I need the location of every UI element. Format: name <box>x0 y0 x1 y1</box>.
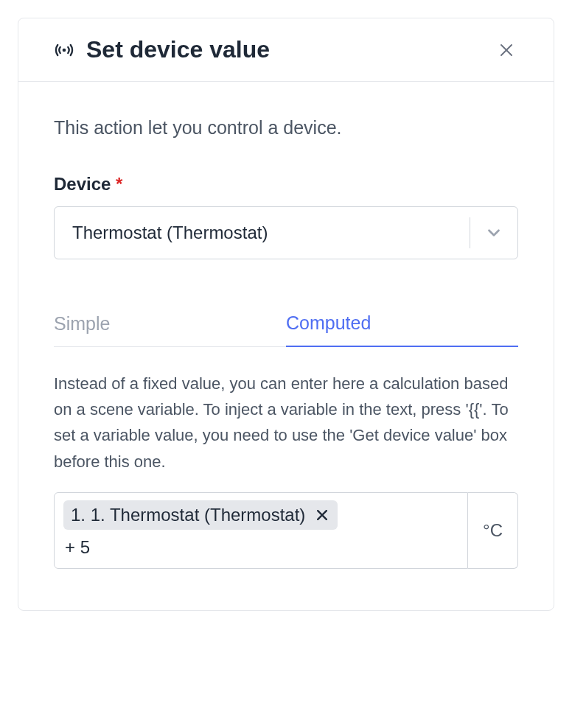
close-button[interactable] <box>495 38 518 62</box>
tab-computed[interactable]: Computed <box>286 301 518 347</box>
unit-label: °C <box>468 492 518 569</box>
computed-help-text: Instead of a fixed value, you can enter … <box>54 371 518 475</box>
header-left: Set device value <box>54 36 270 63</box>
device-label: Device * <box>54 174 518 195</box>
device-label-text: Device <box>54 174 111 194</box>
device-select-value: Thermostat (Thermostat) <box>55 207 470 259</box>
expression-text: + 5 <box>63 534 458 561</box>
action-description: This action let you control a device. <box>54 117 518 139</box>
variable-chip: 1. 1. Thermostat (Thermostat) <box>63 500 338 530</box>
variable-chip-remove[interactable] <box>314 508 330 522</box>
set-device-value-card: Set device value This action let you con… <box>18 18 554 611</box>
chevron-down-icon <box>484 223 503 242</box>
device-select-arrow[interactable] <box>470 207 517 259</box>
value-mode-tabs: Simple Computed <box>54 301 518 347</box>
card-header: Set device value <box>18 18 554 82</box>
svg-point-0 <box>63 48 66 52</box>
card-body: This action let you control a device. De… <box>18 82 554 610</box>
card-title: Set device value <box>86 36 270 63</box>
computed-input-group: 1. 1. Thermostat (Thermostat) + 5 °C <box>54 492 518 569</box>
variable-chip-label: 1. 1. Thermostat (Thermostat) <box>71 505 305 525</box>
close-icon <box>317 510 327 520</box>
tab-simple[interactable]: Simple <box>54 301 286 347</box>
broadcast-icon <box>54 40 74 60</box>
close-icon <box>498 41 515 59</box>
device-select[interactable]: Thermostat (Thermostat) <box>54 206 518 259</box>
required-mark: * <box>116 174 122 194</box>
computed-expression-input[interactable]: 1. 1. Thermostat (Thermostat) + 5 <box>54 492 468 569</box>
